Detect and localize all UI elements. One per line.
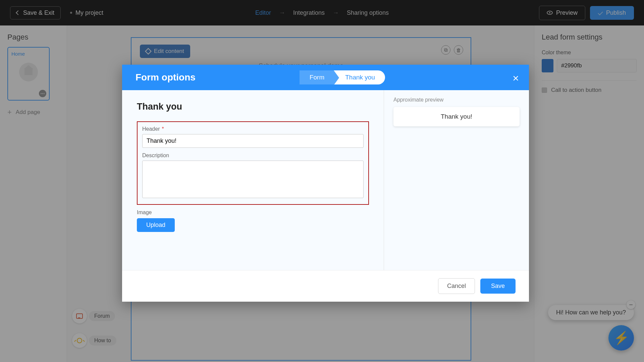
- preview-label: Approximate preview: [393, 97, 520, 103]
- modal-header: Form options Form Thank you ×: [122, 65, 529, 90]
- form-options-modal: Form options Form Thank you × Thank you …: [122, 65, 529, 302]
- modal-footer: Cancel Save: [122, 270, 529, 302]
- tab-form[interactable]: Form: [300, 70, 334, 84]
- required-asterisk: *: [162, 126, 164, 132]
- header-label-text: Header: [142, 126, 160, 132]
- header-input[interactable]: [142, 134, 364, 148]
- preview-text: Thank you!: [441, 113, 472, 120]
- preview-card: Thank you!: [393, 107, 520, 126]
- modal-preview-area: Approximate preview Thank you!: [384, 90, 529, 270]
- cancel-button[interactable]: Cancel: [438, 278, 475, 294]
- section-title: Thank you: [137, 102, 369, 112]
- modal-close-button[interactable]: ×: [513, 72, 519, 84]
- modal-body: Thank you Header * Description Image Upl…: [122, 90, 529, 270]
- highlighted-fields: Header * Description: [137, 121, 369, 205]
- header-field-label: Header *: [142, 126, 364, 132]
- description-field-label: Description: [142, 153, 364, 159]
- image-field-label: Image: [137, 209, 369, 216]
- upload-button[interactable]: Upload: [137, 218, 175, 232]
- modal-form-area: Thank you Header * Description Image Upl…: [122, 90, 384, 270]
- description-textarea[interactable]: [142, 161, 364, 198]
- modal-title: Form options: [136, 72, 196, 83]
- save-button[interactable]: Save: [480, 279, 516, 294]
- modal-tabs: Form Thank you: [300, 70, 385, 84]
- tab-thank-you[interactable]: Thank you: [334, 70, 385, 84]
